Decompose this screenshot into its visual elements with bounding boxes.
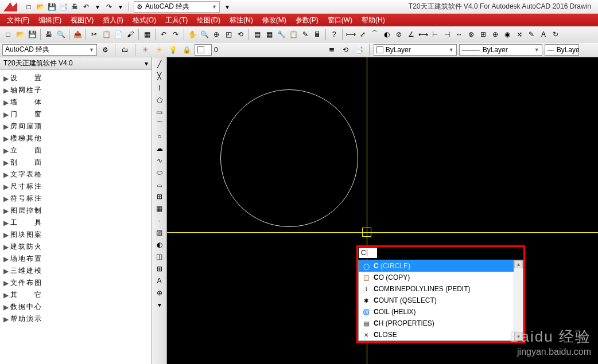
layer-manager-icon[interactable]: 🗂 — [119, 44, 131, 56]
zoom-prev-icon[interactable]: ⟲ — [235, 29, 246, 40]
dim-angle-icon[interactable]: ∠ — [405, 29, 417, 40]
qat-undo-icon[interactable]: ↶ — [81, 2, 91, 12]
plot-icon[interactable]: 🖶 — [43, 29, 55, 40]
arc-icon[interactable]: ⌒ — [154, 119, 165, 130]
new-icon[interactable]: □ — [2, 29, 14, 40]
tree-item-6[interactable]: ▶立 面 — [1, 144, 150, 156]
table-icon[interactable]: ⊞ — [154, 263, 165, 275]
dim-cont-icon[interactable]: ⊣ — [441, 29, 453, 40]
color-select[interactable]: ByLayer ▼ — [374, 44, 457, 56]
tree-item-2[interactable]: ▶墙 体 — [1, 96, 150, 108]
dim-quick-icon[interactable]: ⟷ — [417, 29, 429, 40]
command-suggestion-5[interactable]: ▤CH (PROPERTIES) — [359, 318, 514, 329]
tree-item-13[interactable]: ▶图块图案 — [1, 229, 150, 241]
toolbar-dropdown-icon[interactable]: ▾ — [154, 299, 165, 311]
spline-icon[interactable]: ∿ — [154, 155, 165, 166]
dim-center-icon[interactable]: ⊕ — [490, 29, 501, 40]
tree-item-5[interactable]: ▶楼梯其他 — [1, 132, 150, 144]
menu-item-5[interactable]: 工具(T) — [161, 14, 192, 26]
open-icon[interactable]: 📂 — [14, 29, 26, 40]
dim-jog-icon[interactable]: ⤨ — [514, 29, 525, 40]
dim-linear-icon[interactable]: ⟼ — [345, 29, 356, 40]
ellipse-icon[interactable]: ⬭ — [154, 167, 165, 178]
dim-arc-icon[interactable]: ⌒ — [369, 29, 380, 40]
sheet-icon[interactable]: 📋 — [288, 29, 299, 40]
qat-redo-icon[interactable]: ↷ — [104, 2, 114, 12]
menu-item-10[interactable]: 窗口(W) — [323, 14, 357, 26]
xline-icon[interactable]: ╳ — [154, 71, 165, 82]
command-suggestion-1[interactable]: 📋CO (COPY) — [359, 272, 514, 283]
gradient-icon[interactable]: ◐ — [154, 239, 165, 251]
tree-item-12[interactable]: ▶工 具 — [1, 217, 150, 229]
match-icon[interactable]: 🖌 — [125, 29, 136, 40]
tree-item-14[interactable]: ▶建筑防火 — [1, 241, 150, 253]
tree-item-20[interactable]: ▶帮助演示 — [1, 313, 150, 325]
polygon-icon[interactable]: ⬠ — [154, 95, 165, 106]
qat-dropdown-icon[interactable]: ▾ — [92, 2, 103, 12]
workspace-select[interactable]: AutoCAD 经典 ▼ — [2, 44, 97, 56]
menu-item-1[interactable]: 编辑(E) — [34, 14, 66, 26]
hatch-icon[interactable]: ▨ — [154, 227, 165, 238]
command-suggestion-3[interactable]: ✱COUNT (QSELECT) — [359, 295, 514, 306]
publish-icon[interactable]: 📤 — [72, 29, 83, 40]
command-suggestion-0[interactable]: ◯C (CIRCLE) — [359, 260, 514, 272]
paste-icon[interactable]: 📄 — [112, 29, 124, 40]
tree-item-16[interactable]: ▶三维建模 — [1, 265, 150, 277]
qat-more-icon[interactable]: ▾ — [222, 2, 232, 12]
menu-item-0[interactable]: 文件(F) — [2, 14, 34, 26]
ellipse-arc-icon[interactable]: ⌓ — [154, 179, 165, 190]
tree-item-11[interactable]: ▶图层控制 — [1, 205, 150, 217]
workspace-selector[interactable]: ⚙ AutoCAD 经典 ▼ — [134, 1, 220, 13]
menu-item-6[interactable]: 绘图(D) — [192, 14, 225, 26]
sun-off-icon[interactable]: ☀ — [139, 44, 151, 56]
tree-item-8[interactable]: ▶文字表格 — [1, 169, 150, 181]
drawing-canvas[interactable]: C ◯C (CIRCLE)📋CO (COPY)⌇COMBINEPOLYLINES… — [167, 57, 598, 364]
tree-item-19[interactable]: ▶数据中心 — [1, 301, 150, 313]
layer-iso-icon[interactable]: ≣ — [326, 44, 337, 56]
scroll-up-icon[interactable]: ▲ — [514, 260, 523, 268]
lock-icon[interactable]: 🔒 — [181, 44, 192, 56]
qat-print-icon[interactable]: 🖶 — [69, 2, 80, 12]
layer-color-select[interactable] — [195, 44, 212, 56]
block-icon[interactable]: ▦ — [141, 29, 153, 40]
preview-icon[interactable]: 🔍 — [55, 29, 67, 40]
mtext-icon[interactable]: A — [154, 275, 165, 287]
qat-save-icon[interactable]: 💾 — [46, 2, 57, 12]
scroll-down-icon[interactable]: ▼ — [514, 332, 523, 340]
dim-radius-icon[interactable]: ◐ — [381, 29, 393, 40]
line-icon[interactable]: ╱ — [154, 58, 165, 70]
revcloud-icon[interactable]: ☁ — [154, 143, 165, 154]
menu-item-2[interactable]: 视图(V) — [66, 14, 98, 26]
props-icon[interactable]: ▤ — [251, 29, 263, 40]
qat-dropdown2-icon[interactable]: ▾ — [115, 2, 126, 12]
qat-new-icon[interactable]: □ — [24, 2, 34, 12]
region-icon[interactable]: ◫ — [154, 251, 165, 263]
circle-icon[interactable]: ○ — [154, 131, 165, 142]
insert-icon[interactable]: ⊞ — [154, 191, 165, 202]
addsel-icon[interactable]: ⊕ — [154, 287, 165, 299]
undo2-icon[interactable]: ↶ — [158, 29, 169, 40]
qat-saveas-icon[interactable]: 📑 — [58, 2, 68, 12]
tree-item-4[interactable]: ▶房间屋顶 — [1, 120, 150, 132]
menu-item-3[interactable]: 插入(I) — [98, 14, 127, 26]
layer-prev-icon[interactable]: ⟲ — [340, 44, 351, 56]
tree-item-0[interactable]: ▶设 置 — [1, 72, 150, 84]
save-icon[interactable]: 💾 — [26, 29, 38, 40]
tree-item-9[interactable]: ▶尺寸标注 — [1, 181, 150, 193]
pan-icon[interactable]: ✋ — [187, 29, 198, 40]
suggestion-scrollbar[interactable]: ▲ ▼ — [514, 260, 523, 340]
layer-state-icon[interactable]: 📑 — [354, 44, 365, 56]
qat-open-icon[interactable]: 📂 — [35, 2, 45, 12]
dim-base-icon[interactable]: ⊢ — [429, 29, 441, 40]
zoom-icon[interactable]: 🔍 — [199, 29, 210, 40]
workspace-gear-icon[interactable]: ⚙ — [99, 44, 111, 56]
menu-item-9[interactable]: 参数(P) — [291, 14, 323, 26]
dim-edit-icon[interactable]: ✎ — [526, 29, 537, 40]
tree-item-1[interactable]: ▶轴网柱子 — [1, 84, 150, 96]
bulb-icon[interactable]: 💡 — [167, 44, 178, 56]
rectangle-icon[interactable]: ▭ — [154, 107, 165, 118]
menu-item-11[interactable]: 帮助(H) — [357, 14, 390, 26]
dim-dia-icon[interactable]: ⊘ — [393, 29, 405, 40]
dim-break-icon[interactable]: ⊗ — [465, 29, 477, 40]
make-block-icon[interactable]: ▦ — [154, 203, 165, 214]
